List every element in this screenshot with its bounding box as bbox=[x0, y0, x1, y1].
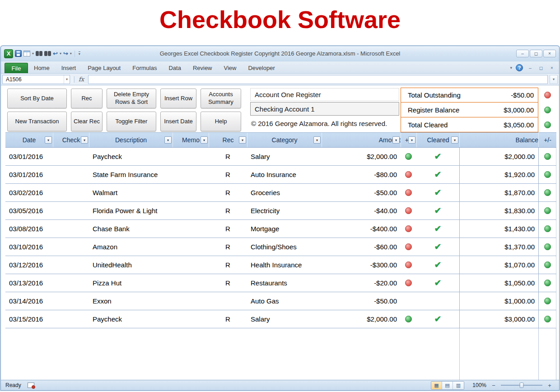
cell-date[interactable]: 03/14/2016 bbox=[5, 292, 53, 310]
maximize-button[interactable]: ◻ bbox=[530, 50, 542, 57]
cell-cleared[interactable]: ✔ bbox=[416, 184, 459, 201]
tab-data[interactable]: Data bbox=[163, 63, 187, 73]
table-icon[interactable] bbox=[23, 51, 30, 56]
cell-rec[interactable]: R bbox=[209, 166, 247, 183]
cell-date[interactable]: 03/15/2016 bbox=[5, 310, 53, 328]
cell-cleared[interactable]: ✔ bbox=[416, 220, 459, 238]
header-amount[interactable]: Amount ▾ bbox=[322, 133, 401, 147]
cell-description[interactable]: Paycheck bbox=[89, 310, 173, 328]
header-amount-indicator[interactable]: +/- ▾ bbox=[401, 133, 416, 147]
cell-cleared[interactable]: ✔ bbox=[416, 310, 459, 328]
cell-category[interactable]: Electricity bbox=[247, 202, 322, 219]
close-button[interactable]: × bbox=[543, 50, 556, 57]
cell-amount[interactable]: -$400.00 bbox=[322, 220, 401, 238]
cell-category[interactable]: Auto Gas bbox=[247, 292, 322, 310]
cell-description[interactable]: UnitedHealth bbox=[89, 256, 173, 274]
tab-formulas[interactable]: Formulas bbox=[126, 63, 163, 73]
cell-rec[interactable]: R bbox=[209, 148, 247, 165]
chevron-down-icon[interactable]: ▾ bbox=[64, 75, 70, 84]
cell-category[interactable]: Health Insurance bbox=[247, 256, 322, 274]
save-icon[interactable] bbox=[15, 50, 22, 57]
cell-amount[interactable]: -$20.00 bbox=[322, 274, 401, 292]
zoom-in-button[interactable]: + bbox=[546, 382, 553, 389]
cell-category[interactable]: Mortgage bbox=[247, 220, 322, 238]
cell-amount[interactable]: $2,000.00 bbox=[322, 148, 401, 165]
cell-amount[interactable]: -$50.00 bbox=[322, 184, 401, 201]
cell-rec[interactable]: R bbox=[209, 184, 247, 201]
cell-check[interactable] bbox=[53, 238, 89, 256]
cell-memo[interactable] bbox=[173, 256, 209, 274]
cell-category[interactable]: Groceries bbox=[247, 184, 322, 201]
rec-button[interactable]: Rec bbox=[71, 89, 103, 108]
cell-cleared[interactable]: ✔ bbox=[416, 166, 459, 183]
redo-dropdown-icon[interactable]: ▾ bbox=[70, 52, 72, 56]
header-balance[interactable]: Balance bbox=[459, 133, 538, 147]
cell-date[interactable]: 03/01/2016 bbox=[5, 148, 53, 165]
delete-empty-rows-button[interactable]: Delete Empty Rows & Sort bbox=[107, 89, 156, 108]
workbook-minimize-button[interactable]: – bbox=[527, 65, 534, 70]
cell-balance[interactable]: $1,070.00 bbox=[459, 256, 538, 274]
toggle-filter-button[interactable]: Toggle Filter bbox=[107, 112, 156, 131]
cell-memo[interactable] bbox=[173, 148, 209, 165]
cell-rec[interactable]: R bbox=[209, 310, 247, 328]
cell-balance[interactable]: $1,870.00 bbox=[459, 184, 538, 201]
zoom-slider[interactable] bbox=[501, 385, 542, 386]
cell-amount[interactable]: -$80.00 bbox=[322, 166, 401, 183]
cell-check[interactable] bbox=[53, 148, 89, 165]
undo-dropdown-icon[interactable]: ▾ bbox=[60, 52, 61, 56]
cell-description[interactable]: Exxon bbox=[89, 292, 173, 310]
cell-check[interactable] bbox=[53, 256, 89, 274]
redo-icon[interactable]: ↪ bbox=[63, 51, 68, 56]
cell-category[interactable]: Auto Insurance bbox=[247, 166, 322, 183]
cell-cleared[interactable]: ✔ bbox=[416, 238, 459, 256]
cell-check[interactable] bbox=[53, 166, 89, 183]
cell-description[interactable]: Chase Bank bbox=[89, 220, 173, 238]
tab-insert[interactable]: Insert bbox=[56, 63, 82, 73]
cell-balance[interactable]: $1,920.00 bbox=[459, 166, 538, 183]
header-category[interactable]: Category ▾ bbox=[247, 133, 322, 147]
cell-description[interactable]: Walmart bbox=[89, 184, 173, 201]
cell-amount[interactable]: $2,000.00 bbox=[322, 310, 401, 328]
cell-date[interactable]: 03/05/2016 bbox=[5, 202, 53, 219]
cell-category[interactable]: Salary bbox=[247, 148, 322, 165]
cell-rec[interactable]: R bbox=[209, 220, 247, 238]
cell-date[interactable]: 03/08/2016 bbox=[5, 220, 53, 238]
formula-input[interactable] bbox=[88, 75, 548, 84]
cell-balance[interactable]: $1,830.00 bbox=[459, 202, 538, 219]
macro-record-icon[interactable] bbox=[28, 383, 34, 388]
cell-cleared[interactable]: ✔ bbox=[416, 256, 459, 274]
sort-by-date-button[interactable]: Sort By Date bbox=[7, 89, 67, 108]
cell-amount[interactable]: -$50.00 bbox=[322, 292, 401, 310]
cell-memo[interactable] bbox=[173, 202, 209, 219]
cell-rec[interactable] bbox=[209, 292, 247, 310]
cell-memo[interactable] bbox=[173, 238, 209, 256]
filter-button-memo[interactable]: ▾ bbox=[201, 136, 208, 144]
help-button[interactable]: Help bbox=[201, 112, 241, 131]
cell-memo[interactable] bbox=[173, 166, 209, 183]
cell-check[interactable] bbox=[53, 292, 89, 310]
filter-button-amount-indicator[interactable]: ▾ bbox=[408, 136, 415, 144]
name-box[interactable]: A1506 ▾ bbox=[2, 75, 70, 84]
cell-check[interactable] bbox=[53, 220, 89, 238]
qat-customize-icon[interactable]: ▾ bbox=[79, 51, 80, 56]
cell-date[interactable]: 03/13/2016 bbox=[5, 274, 53, 292]
cell-date[interactable]: 03/12/2016 bbox=[5, 256, 53, 274]
chevron-down-icon[interactable]: ▾ bbox=[32, 52, 34, 56]
tab-file[interactable]: File bbox=[5, 63, 28, 73]
cell-check[interactable] bbox=[53, 310, 89, 328]
fx-button[interactable]: fx bbox=[76, 76, 86, 83]
tab-page-layout[interactable]: Page Layout bbox=[82, 63, 126, 73]
cell-cleared[interactable] bbox=[416, 292, 459, 310]
cell-balance[interactable]: $1,000.00 bbox=[459, 292, 538, 310]
cell-rec[interactable]: R bbox=[209, 256, 247, 274]
excel-logo-icon[interactable]: X bbox=[4, 49, 13, 58]
account-name-cell[interactable]: Checking Account 1 bbox=[250, 102, 399, 116]
cell-description[interactable]: State Farm Insurance bbox=[89, 166, 173, 183]
filter-button-check[interactable]: ▾ bbox=[81, 136, 88, 144]
page-layout-view-button[interactable]: ▤ bbox=[442, 382, 453, 389]
cell-rec[interactable]: R bbox=[209, 202, 247, 219]
cell-rec[interactable]: R bbox=[209, 274, 247, 292]
find-next-icon[interactable] bbox=[44, 51, 51, 56]
new-transaction-button[interactable]: New Transaction bbox=[7, 112, 67, 131]
zoom-out-button[interactable]: − bbox=[490, 382, 497, 389]
